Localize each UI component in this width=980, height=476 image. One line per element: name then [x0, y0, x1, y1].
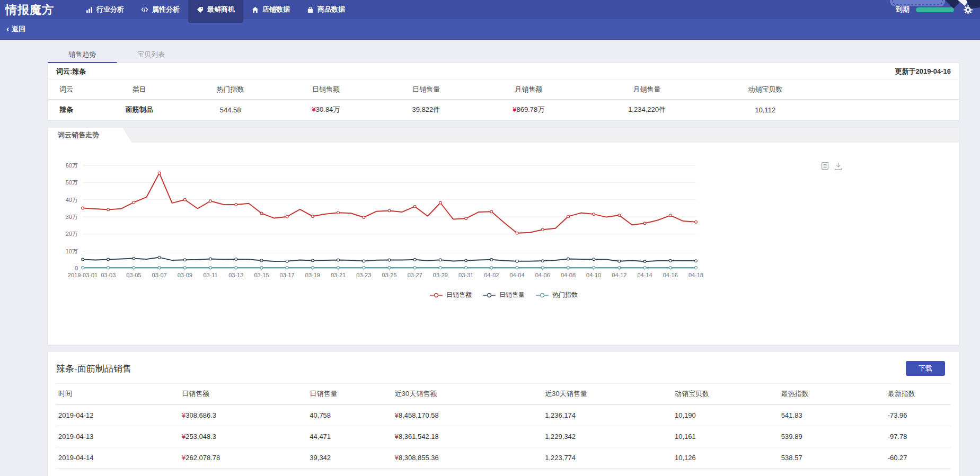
chart-legend: 日销售额日销售量热门指数 [48, 290, 959, 299]
column-header: 热门指数 [194, 80, 267, 100]
table-cell: 2019-04-13 [56, 426, 180, 447]
column-header: 日销售额 [267, 80, 385, 100]
svg-text:03-13: 03-13 [228, 272, 243, 278]
content: 销售趋势宝贝列表 词云:辣条 更新于2019-04-16 词云类目热门指数日销售… [48, 48, 959, 476]
table-cell: 539.89 [779, 426, 886, 447]
table-cell: 52.45 [886, 469, 951, 476]
svg-text:03-31: 03-31 [458, 272, 473, 278]
data-view-icon[interactable] [821, 162, 829, 170]
table-row: 辣条面筋制品544.58¥30.84万39,822件¥869.78万1,234,… [48, 100, 959, 120]
legend-item-日销售量[interactable]: 日销售量 [482, 290, 525, 299]
svg-text:04-12: 04-12 [612, 272, 626, 278]
sales-table-wrap: 时间日销售额日销售量近30天销售额近30天销售量动销宝贝数最热指数最新指数201… [48, 383, 959, 476]
table-cell: ¥869.78万 [467, 100, 590, 120]
column-header: 日销售量 [307, 384, 392, 405]
table-cell: 10,084 [673, 469, 779, 476]
svg-text:04-14: 04-14 [638, 272, 652, 278]
yen-symbol: ¥ [182, 433, 186, 440]
table-cell: ¥262,078.78 [180, 447, 307, 469]
yen-symbol: ¥ [182, 454, 186, 462]
yen-symbol: ¥ [395, 454, 399, 462]
download-icon[interactable] [834, 162, 842, 170]
chart-area: 010万20万30万40万50万60万2019-03-0103-0303-050… [48, 143, 959, 345]
svg-text:03-05: 03-05 [126, 272, 141, 278]
table-header-row: 词云类目热门指数日销售额日销售量月销售额月销售量动销宝贝数 [48, 80, 959, 100]
column-header: 类目 [85, 80, 194, 100]
column-header: 最新指数 [886, 384, 951, 405]
svg-text:03-21: 03-21 [331, 272, 346, 278]
svg-text:03-03: 03-03 [101, 272, 116, 278]
updated-date: 更新于2019-04-16 [895, 67, 951, 76]
expiry-label: 到期 [896, 5, 910, 14]
svg-text:03-23: 03-23 [356, 272, 371, 278]
legend-item-热门指数[interactable]: 热门指数 [535, 290, 578, 299]
table-cell: 538.29 [779, 469, 886, 476]
chart-card-band: 词云销售走势 [48, 128, 959, 143]
svg-text:60万: 60万 [66, 162, 78, 169]
nav-item-shop-data[interactable]: 店铺数据 [243, 0, 298, 19]
table-cell: 40,758 [307, 405, 392, 426]
navbar-right: 到期 [896, 0, 980, 19]
nav-item-product-data[interactable]: 商品数据 [298, 0, 354, 19]
table-cell: ¥308,686.3 [180, 405, 307, 426]
svg-text:50万: 50万 [66, 179, 78, 186]
table-cell: 10,161 [673, 426, 779, 447]
table-cell: 544.58 [194, 100, 267, 120]
table-row: 2019-04-14¥262,078.7839,342¥8,308,855.36… [56, 447, 951, 469]
column-header: 时间 [56, 384, 180, 405]
nav-item-attribute-analysis[interactable]: 属性分析 [133, 0, 188, 19]
top-navbar: 情报魔方 行业分析属性分析最鲜商机店铺数据商品数据 到期 [0, 0, 980, 19]
svg-text:20万: 20万 [66, 231, 78, 237]
table-cell: 44,471 [307, 426, 392, 447]
table-cell: 10,126 [673, 447, 779, 469]
svg-text:04-10: 04-10 [586, 272, 601, 278]
main-nav: 行业分析属性分析最鲜商机店铺数据商品数据 [77, 0, 354, 23]
table-cell: 1,234,220件 [590, 100, 704, 120]
column-header: 日销售量 [385, 80, 467, 100]
nav-item-fresh-opportunities[interactable]: 最鲜商机 [188, 0, 243, 23]
table-cell: 1,229,640 [543, 469, 673, 476]
table-cell: ¥8,458,170.58 [393, 405, 543, 426]
nav-item-industry-analysis[interactable]: 行业分析 [77, 0, 133, 19]
expiry-progress-bar [916, 7, 954, 12]
tab-sales-trend[interactable]: 销售趋势 [48, 48, 117, 63]
daily-sales-table: 时间日销售额日销售量近30天销售额近30天销售量动销宝贝数最热指数最新指数201… [56, 383, 951, 476]
column-header: 动销宝贝数 [673, 384, 779, 405]
legend-label: 热门指数 [552, 290, 578, 299]
table-cell: 2019-04-15 [56, 469, 180, 476]
svg-text:04-08: 04-08 [561, 272, 576, 278]
back-label: 返回 [12, 24, 25, 34]
column-header: 近30天销售量 [543, 384, 673, 405]
keyword-summary-table: 词云类目热门指数日销售额日销售量月销售额月销售量动销宝贝数辣条面筋制品544.5… [48, 80, 959, 120]
tab-item-list[interactable]: 宝贝列表 [117, 48, 186, 63]
svg-text:04-04: 04-04 [509, 272, 524, 278]
back-button[interactable]: ‹ 返回 [6, 24, 25, 34]
nav-item-label: 属性分析 [152, 5, 180, 14]
summary-card: 词云:辣条 更新于2019-04-16 词云类目热门指数日销售额日销售量月销售额… [48, 63, 959, 120]
chart-card: 词云销售走势 010万20万30万40万50万 [48, 127, 959, 345]
yen-symbol: ¥ [395, 411, 399, 419]
table-cell: 10,112 [704, 100, 827, 120]
table-cell: 1,236,174 [543, 405, 673, 426]
legend-item-日销售额[interactable]: 日销售额 [429, 290, 472, 299]
tag-icon [197, 6, 204, 13]
svg-text:03-29: 03-29 [433, 272, 448, 278]
download-button[interactable]: 下载 [906, 361, 945, 376]
table-cell: ¥8,361,542.18 [393, 426, 543, 447]
bag-icon [307, 6, 314, 13]
summary-card-header: 词云:辣条 更新于2019-04-16 [48, 63, 959, 80]
svg-text:30万: 30万 [66, 214, 78, 220]
table-cell: 辣条 [48, 100, 85, 120]
svg-text:40万: 40万 [66, 197, 78, 203]
svg-text:03-09: 03-09 [178, 272, 192, 278]
svg-text:03-11: 03-11 [203, 272, 217, 278]
table-cell: 541.83 [779, 405, 886, 426]
column-header: 月销售量 [590, 80, 704, 100]
column-header: 动销宝贝数 [704, 80, 827, 100]
svg-text:04-18: 04-18 [688, 272, 703, 278]
svg-text:03-27: 03-27 [408, 272, 422, 278]
column-header: 最热指数 [779, 384, 886, 405]
gear-icon[interactable] [964, 5, 973, 14]
table-cell: ¥253,048.3 [180, 426, 307, 447]
legend-label: 日销售额 [446, 290, 472, 299]
